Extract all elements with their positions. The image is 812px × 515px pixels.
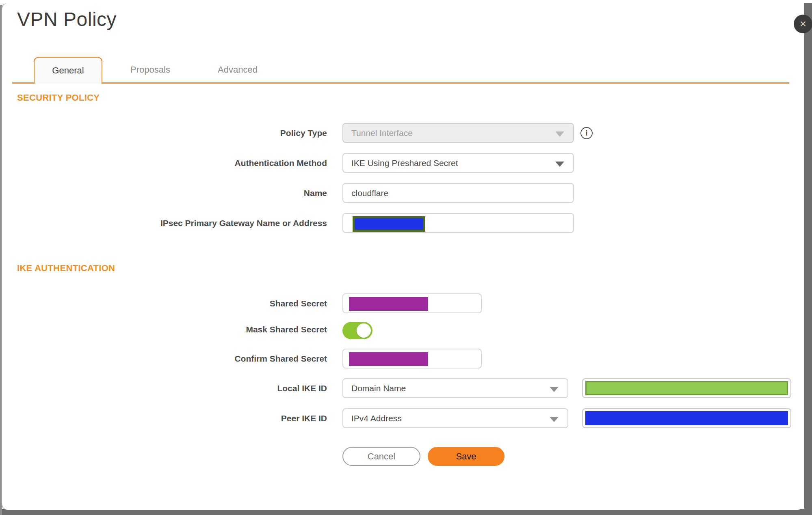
save-button[interactable]: Save <box>428 447 505 466</box>
chevron-down-icon <box>555 162 564 167</box>
policy-type-dropdown[interactable]: Tunnel Interface <box>342 123 574 143</box>
info-icon[interactable]: i <box>580 127 593 139</box>
confirm-shared-secret-label: Confirm Shared Secret <box>17 349 327 368</box>
policy-type-label: Policy Type <box>17 123 327 143</box>
gateway-redaction-block <box>353 216 425 232</box>
tab-proposals[interactable]: Proposals <box>116 57 185 83</box>
policy-type-value: Tunnel Interface <box>351 128 413 138</box>
name-value: cloudflare <box>351 188 388 198</box>
cancel-button[interactable]: Cancel <box>342 447 420 466</box>
chevron-down-icon <box>550 417 559 422</box>
confirm-shared-secret-redaction-block <box>349 352 428 366</box>
tab-advanced-label: Advanced <box>218 65 258 75</box>
cancel-button-label: Cancel <box>368 451 395 462</box>
gateway-label: IPsec Primary Gateway Name or Address <box>17 213 327 233</box>
shared-secret-redaction-block <box>349 297 428 311</box>
name-label: Name <box>17 183 327 203</box>
page-title: VPN Policy <box>17 8 117 30</box>
tab-advanced[interactable]: Advanced <box>205 57 270 83</box>
local-ike-id-type-value: Domain Name <box>351 384 406 393</box>
window-edge-right <box>804 3 812 515</box>
security-policy-section-header: SECURITY POLICY <box>17 93 100 103</box>
local-ike-id-value-input[interactable] <box>582 378 791 398</box>
info-icon-glyph: i <box>585 129 587 138</box>
peer-ike-id-dropdown[interactable]: IPv4 Address <box>342 408 568 428</box>
toggle-knob <box>357 323 371 338</box>
vpn-policy-modal: VPN Policy × General Proposals Advanced … <box>0 0 812 515</box>
chevron-down-icon <box>555 131 564 137</box>
authentication-method-dropdown[interactable]: IKE Using Preshared Secret <box>342 153 574 173</box>
window-edge-bottom <box>0 509 812 515</box>
local-ike-id-redaction-block <box>585 381 788 395</box>
ike-authentication-section-header: IKE AUTHENTICATION <box>17 263 115 274</box>
peer-ike-id-value-input[interactable] <box>582 408 791 428</box>
peer-ike-id-label: Peer IKE ID <box>17 408 327 428</box>
peer-ike-id-type-value: IPv4 Address <box>351 414 402 423</box>
chevron-down-icon <box>550 387 559 392</box>
local-ike-id-label: Local IKE ID <box>17 378 327 398</box>
local-ike-id-dropdown[interactable]: Domain Name <box>342 378 568 398</box>
name-input[interactable]: cloudflare <box>342 183 574 203</box>
confirm-shared-secret-input[interactable] <box>342 349 482 368</box>
tab-proposals-label: Proposals <box>130 65 170 75</box>
shared-secret-label: Shared Secret <box>17 293 327 313</box>
tab-general-label: General <box>52 65 84 76</box>
authentication-method-value: IKE Using Preshared Secret <box>351 158 458 168</box>
close-button[interactable]: × <box>794 15 812 33</box>
shared-secret-input[interactable] <box>342 293 482 313</box>
gateway-input[interactable] <box>342 213 574 233</box>
tab-general[interactable]: General <box>34 57 102 84</box>
save-button-label: Save <box>456 451 476 462</box>
peer-ike-id-redaction-block <box>585 411 788 425</box>
authentication-method-label: Authentication Method <box>17 153 327 173</box>
mask-shared-secret-toggle[interactable] <box>342 322 372 339</box>
mask-shared-secret-label: Mask Shared Secret <box>17 321 327 338</box>
close-icon: × <box>800 18 806 30</box>
